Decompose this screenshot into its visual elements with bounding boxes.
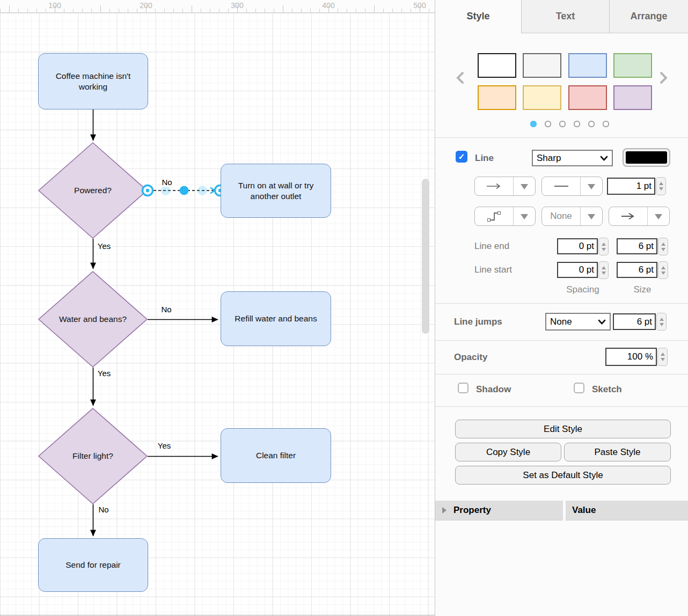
- opacity-stepper[interactable]: [657, 348, 668, 366]
- copy-style-button[interactable]: Copy Style: [455, 443, 561, 461]
- style-swatch-white[interactable]: [478, 53, 516, 78]
- line-start-size-stepper[interactable]: [658, 261, 668, 279]
- drawio-app: 100 200 300 400 500: [0, 0, 688, 616]
- dropdown-arrow-icon[interactable]: [581, 207, 602, 225]
- connection-style-button[interactable]: [474, 177, 536, 196]
- line-end-arrow-button[interactable]: [609, 207, 670, 226]
- line-style-select[interactable]: Sharp: [532, 150, 613, 166]
- diagram-canvas[interactable]: 100 200 300 400 500: [0, 0, 435, 616]
- value-column-header[interactable]: Value: [566, 501, 688, 520]
- chevron-left-icon: [456, 71, 464, 84]
- style-swatch-gray[interactable]: [523, 53, 561, 78]
- node-label: Send for repair: [65, 560, 121, 570]
- selected-edge[interactable]: [143, 186, 225, 196]
- node-label: Refill water and beans: [235, 313, 317, 324]
- line-end-size-input[interactable]: 6 pt: [617, 238, 657, 254]
- line-pattern-button[interactable]: [541, 177, 603, 196]
- property-column-header[interactable]: Property: [435, 501, 563, 520]
- tab-arrange[interactable]: Arrange: [609, 0, 688, 33]
- opacity-input[interactable]: 100 %: [605, 348, 657, 366]
- format-panel: Style Text Arrange ✓ Line Sharp: [435, 0, 688, 616]
- chevron-right-icon: [660, 71, 668, 84]
- dropdown-arrow-icon[interactable]: [514, 177, 535, 195]
- node-turn-on-at-wall[interactable]: Turn on at wall or try another outlet: [221, 164, 331, 218]
- line-jumps-select[interactable]: None: [545, 313, 611, 331]
- edge-label-no[interactable]: No: [160, 178, 173, 187]
- line-jumps-size-input[interactable]: 6 pt: [613, 313, 656, 330]
- midpoint-handle[interactable]: [180, 186, 189, 195]
- edge-label-yes[interactable]: Yes: [97, 369, 112, 378]
- ruler-label: 200: [140, 1, 152, 10]
- set-default-style-button[interactable]: Set as Default Style: [455, 466, 671, 485]
- elbow-connector-icon: [475, 207, 514, 225]
- swatch-next-button[interactable]: [657, 70, 670, 86]
- edge-label-no[interactable]: No: [160, 305, 172, 314]
- swatch-page-dot[interactable]: [574, 121, 580, 127]
- style-swatch-red[interactable]: [568, 85, 607, 110]
- line-end-spacing-input[interactable]: 0 pt: [557, 238, 598, 254]
- swatch-page-dot[interactable]: [588, 121, 595, 127]
- tab-style[interactable]: Style: [435, 0, 521, 33]
- label-filter-light: Filter light?: [47, 448, 138, 464]
- line-jumps-label: Line jumps: [454, 317, 502, 327]
- swatch-prev-button[interactable]: [453, 70, 466, 86]
- edge-label-yes[interactable]: Yes: [157, 441, 172, 450]
- swatch-page-dot[interactable]: [559, 121, 566, 127]
- section-divider: [435, 406, 688, 407]
- virtual-waypoint-handle[interactable]: [197, 186, 207, 195]
- line-jumps-size-stepper[interactable]: [656, 313, 667, 331]
- sketch-checkbox[interactable]: [574, 383, 584, 393]
- ruler-label: 300: [231, 1, 243, 10]
- vertical-scrollbar[interactable]: [422, 179, 429, 334]
- style-swatch-orange[interactable]: [478, 85, 516, 110]
- style-swatch-purple[interactable]: [613, 85, 652, 110]
- solid-line-icon: [542, 177, 581, 195]
- line-start-spacing-stepper[interactable]: [598, 261, 609, 279]
- line-start-size-input[interactable]: 6 pt: [617, 262, 657, 278]
- opacity-label: Opacity: [454, 352, 487, 363]
- line-start-spacing-input[interactable]: 0 pt: [557, 262, 598, 278]
- node-refill-water-beans[interactable]: Refill water and beans: [221, 291, 331, 346]
- line-end-size-stepper[interactable]: [658, 238, 668, 255]
- horizontal-ruler: 100 200 300 400 500: [0, 0, 435, 13]
- edit-style-button[interactable]: Edit Style: [455, 420, 671, 438]
- line-checkbox[interactable]: ✓: [456, 151, 467, 163]
- virtual-waypoint-handle[interactable]: [161, 186, 171, 195]
- line-end-spacing-stepper[interactable]: [598, 238, 609, 255]
- style-swatch-blue[interactable]: [568, 53, 607, 78]
- dropdown-arrow-icon[interactable]: [648, 207, 669, 225]
- format-tabs: Style Text Arrange: [435, 0, 688, 33]
- ruler-label: 100: [48, 1, 61, 10]
- node-send-for-repair[interactable]: Send for repair: [38, 538, 148, 592]
- edge-label-no[interactable]: No: [97, 505, 109, 514]
- line-width-stepper[interactable]: [656, 177, 666, 195]
- node-clean-filter[interactable]: Clean filter: [221, 428, 331, 483]
- dropdown-arrow-icon[interactable]: [514, 207, 535, 225]
- edge-label-yes[interactable]: Yes: [97, 241, 112, 251]
- section-divider: [435, 374, 688, 375]
- edge-source-handle[interactable]: [143, 186, 153, 196]
- swatch-page-dot-active[interactable]: [530, 121, 537, 127]
- chevron-down-icon: [600, 156, 608, 161]
- style-swatch-green[interactable]: [613, 53, 652, 78]
- line-color-button[interactable]: [623, 148, 670, 167]
- spacing-label: Spacing: [557, 284, 609, 295]
- line-width-input[interactable]: 1 pt: [607, 178, 655, 195]
- line-style-value: Sharp: [537, 153, 561, 164]
- section-divider: [435, 340, 688, 341]
- waypoints-button[interactable]: [474, 207, 536, 226]
- expand-triangle-icon[interactable]: [442, 507, 450, 514]
- style-swatch-yellow[interactable]: [523, 85, 561, 110]
- shadow-checkbox[interactable]: [458, 383, 469, 393]
- none-value: None: [542, 207, 581, 225]
- tab-text[interactable]: Text: [521, 0, 609, 33]
- line-color-swatch: [626, 151, 667, 164]
- paste-style-button[interactable]: Paste Style: [564, 443, 671, 461]
- chevron-down-icon: [598, 319, 606, 325]
- section-divider: [435, 303, 688, 304]
- swatch-page-dot[interactable]: [545, 121, 551, 127]
- swatch-page-dot[interactable]: [603, 121, 609, 127]
- node-coffee-machine[interactable]: Coffee machine isn't working: [38, 53, 148, 109]
- line-start-arrow-button[interactable]: None: [541, 207, 603, 226]
- dropdown-arrow-icon[interactable]: [581, 177, 602, 195]
